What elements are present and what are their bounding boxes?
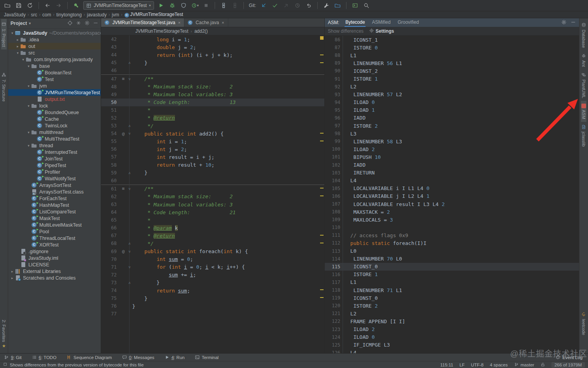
code-line-103[interactable]: 103 IRETURN bbox=[325, 169, 579, 177]
git-commit-icon[interactable] bbox=[271, 1, 279, 10]
tree-item-pool[interactable]: Pool bbox=[8, 228, 101, 235]
tool-window-button-2-favorites[interactable]: 2: Favorites★ bbox=[1, 317, 7, 351]
tree-item-twinslock[interactable]: TwinsLock bbox=[8, 122, 101, 129]
code-line-42[interactable]: 42 long i = 1; bbox=[101, 35, 324, 43]
tree-item-src[interactable]: ▾src bbox=[8, 49, 101, 56]
code-line-43[interactable]: 43 double j = 2; bbox=[101, 43, 324, 51]
code-line-120[interactable]: 120 ISTORE 2 bbox=[325, 302, 579, 310]
profiler-icon[interactable]: ▾ bbox=[191, 1, 199, 10]
asm-tab-bytecode[interactable]: Bytecode bbox=[345, 18, 366, 27]
code-line-91[interactable]: 91 ISTORE 1 bbox=[325, 75, 579, 83]
asm-tab-groovified[interactable]: Groovified bbox=[397, 18, 420, 27]
tree-item-jvm[interactable]: ▾jvm bbox=[8, 83, 101, 89]
code-line-74[interactable]: 74 return sum; bbox=[101, 287, 324, 294]
tree-toggle-icon[interactable]: ▾ bbox=[26, 130, 31, 134]
code-line-58[interactable]: 58 return result + 10; bbox=[101, 161, 324, 169]
breadcrumb-item[interactable]: javastudy bbox=[87, 12, 107, 18]
editor-code[interactable]: 42 long i = 1;43 double j = 2;44 return … bbox=[101, 35, 324, 354]
code-line-72[interactable]: 72 sum += i; bbox=[101, 271, 324, 279]
coverage-icon[interactable] bbox=[179, 1, 188, 10]
tree-item-multilevelmasktest[interactable]: MultiLevelMaskTest bbox=[8, 222, 101, 228]
code-line-92[interactable]: 92 L2 bbox=[325, 83, 579, 91]
tree-item-jointest[interactable]: JoinTest bbox=[8, 155, 101, 162]
code-line-46[interactable]: 46 bbox=[101, 67, 324, 74]
tree-item-booleantest[interactable]: BooleanTest bbox=[8, 69, 101, 76]
tree-item-lock[interactable]: ▾lock bbox=[8, 102, 101, 109]
code-line-69[interactable]: 69@∨ public static int foreach(int k) { bbox=[101, 248, 324, 255]
fold-icon[interactable]: ∨ bbox=[127, 77, 132, 81]
run-icon[interactable] bbox=[157, 1, 165, 10]
breadcrumb-item[interactable]: jvm bbox=[112, 12, 119, 18]
code-line-61[interactable]: 61≡∨ /** bbox=[101, 185, 324, 193]
code-line-51[interactable]: 51 * bbox=[101, 106, 324, 114]
tool-messages[interactable]: 0: Messages bbox=[122, 355, 154, 361]
code-line-116[interactable]: 116 ISTORE 1 bbox=[325, 271, 579, 278]
code-line-53[interactable]: 53∧ */ bbox=[101, 122, 324, 130]
code-line-101[interactable]: 101 BIPUSH 10 bbox=[325, 153, 579, 161]
collapse-all-icon[interactable] bbox=[76, 20, 81, 27]
code-line-117[interactable]: 117 L1 bbox=[325, 278, 579, 286]
tree-item-interruptedtest[interactable]: InterruptedTest bbox=[8, 149, 101, 155]
tree-item-listcomparetest[interactable]: ListCompareTest bbox=[8, 208, 101, 215]
breadcrumb-item[interactable]: com bbox=[42, 12, 51, 18]
breadcrumb-item[interactable]: src bbox=[31, 12, 37, 18]
code-line-70[interactable]: 70 int sum = 0; bbox=[101, 255, 324, 263]
tool-terminal[interactable]: Terminal bbox=[195, 355, 219, 361]
breadcrumb-item[interactable]: CJVMRunTimeStorageTest bbox=[124, 12, 183, 18]
fold-icon[interactable]: ∨ bbox=[127, 132, 132, 136]
code-line-89[interactable]: 89 LINENUMBER 56 L1 bbox=[325, 59, 579, 67]
tree-item-output-txt[interactable]: output.txt bbox=[8, 96, 101, 102]
asm-bytecode-view[interactable]: 86 ICONST_187 ISTORE 088 L189 LINENUMBER… bbox=[325, 36, 579, 354]
tree-item-out[interactable]: ▸out bbox=[8, 43, 101, 49]
code-line-49[interactable]: 49 * Maximum local variables: 3 bbox=[101, 91, 324, 99]
fold-icon[interactable]: ∧ bbox=[127, 61, 132, 65]
tree-toggle-icon[interactable]: ▾ bbox=[15, 51, 20, 55]
fold-icon[interactable]: ∧ bbox=[127, 124, 132, 128]
gear-icon[interactable] bbox=[84, 20, 90, 27]
tree-item-javastudy[interactable]: ▾JavaStudy~/Documents/workspace/j bbox=[8, 30, 101, 36]
tree-item-com-tinytongtong-javastudy[interactable]: ▾com.tinytongtong.javastudy bbox=[8, 56, 101, 63]
code-line-106[interactable]: 106 LOCALVARIABLE j I L2 L4 1 bbox=[325, 192, 579, 200]
fold-icon[interactable]: ∧ bbox=[127, 171, 132, 175]
breadcrumb-item[interactable]: tinytongtong bbox=[56, 12, 82, 18]
tree-toggle-icon[interactable]: ▸ bbox=[15, 38, 20, 42]
code-line-104[interactable]: 104 L4 bbox=[325, 177, 579, 185]
code-line-111[interactable]: 111 // access flags 0x9 bbox=[325, 231, 579, 239]
editor-breadcrumb-item[interactable]: JVMRunTimeStorageTest bbox=[135, 28, 188, 34]
tree-item-arrayssorttest[interactable]: ArraysSortTest bbox=[8, 182, 101, 188]
device-dim-icon[interactable] bbox=[231, 1, 239, 10]
tool-run[interactable]: 4: Run bbox=[164, 355, 185, 361]
tree-item-license[interactable]: LICENSE bbox=[8, 261, 101, 268]
code-line-57[interactable]: 57 int result = i + j; bbox=[101, 153, 324, 161]
code-line-90[interactable]: 90 ICONST_2 bbox=[325, 67, 579, 75]
status-item[interactable]: 115:11 bbox=[440, 363, 453, 367]
tool-window-button-leetcode[interactable]: leetcode bbox=[581, 309, 586, 338]
code-line-87[interactable]: 87 ISTORE 0 bbox=[325, 44, 579, 51]
tree-item--gitignore[interactable]: .gitignore bbox=[8, 248, 101, 255]
tree-item-test[interactable]: Test bbox=[8, 76, 101, 83]
tree-toggle-icon[interactable]: ▾ bbox=[26, 84, 31, 88]
code-line-88[interactable]: 88 L1 bbox=[325, 51, 579, 59]
tree-item-foreachtest[interactable]: ForEachTest bbox=[8, 195, 101, 202]
tree-item-multithread[interactable]: ▾multithread bbox=[8, 129, 101, 136]
fold-icon[interactable]: ∧ bbox=[127, 281, 132, 285]
code-line-73[interactable]: 73∧ } bbox=[101, 279, 324, 287]
tree-item--idea[interactable]: ▸.idea bbox=[8, 36, 101, 43]
run-window-icon[interactable] bbox=[351, 1, 359, 10]
tree-item-external-libraries[interactable]: ▸External Libraries bbox=[8, 268, 101, 275]
event-log-button[interactable]: Event Log bbox=[555, 355, 583, 361]
tree-toggle-icon[interactable]: ▾ bbox=[26, 104, 31, 108]
tree-item-arrayssorttest-class[interactable]: ArraysSortTest.class bbox=[8, 188, 101, 195]
editor-tab-jvmruntimestoragetest-java[interactable]: CJVMRunTimeStorageTest.java× bbox=[101, 18, 184, 27]
status-item[interactable]: 4 spaces bbox=[490, 363, 508, 367]
status-item[interactable]: UTF-8 bbox=[471, 363, 484, 367]
tool-todo[interactable]: 6: TODO bbox=[32, 355, 57, 361]
code-line-110[interactable]: 110 bbox=[325, 224, 579, 231]
tree-item-scratches-and-consoles[interactable]: ▸Scratches and Consoles bbox=[8, 275, 101, 281]
hide-icon[interactable] bbox=[93, 20, 98, 27]
code-line-105[interactable]: 105 LOCALVARIABLE i I L1 L4 0 bbox=[325, 185, 579, 192]
tree-item-thread[interactable]: ▾thread bbox=[8, 142, 101, 149]
open-icon[interactable] bbox=[3, 1, 12, 10]
run-configuration-select[interactable]: JVMRunTimeStorageTest▾ bbox=[83, 1, 154, 10]
code-line-47[interactable]: 47≡∨ /** bbox=[101, 74, 324, 83]
